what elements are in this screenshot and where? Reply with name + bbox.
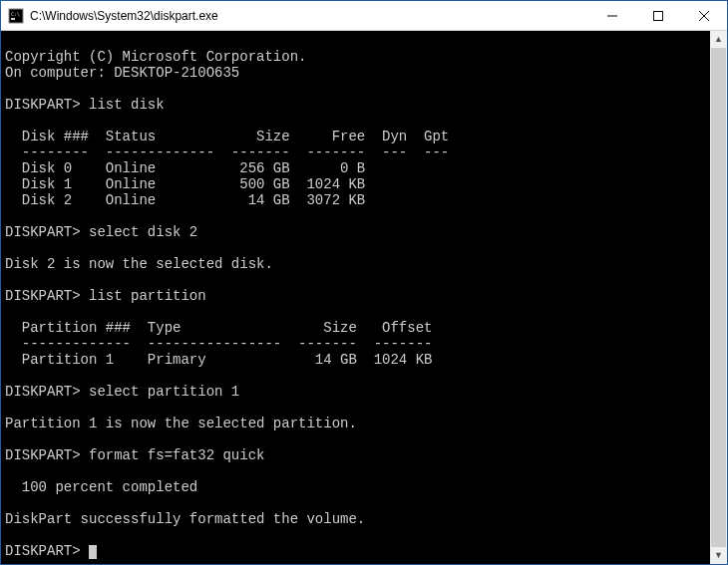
window-controls bbox=[589, 1, 727, 30]
chevron-down-icon: ▼ bbox=[714, 551, 723, 560]
maximize-button[interactable] bbox=[635, 1, 681, 30]
scroll-down-button[interactable]: ▼ bbox=[710, 547, 727, 564]
diskpart-window: C:\ C:\Windows\System32\diskpart.exe Cop… bbox=[0, 0, 728, 565]
window-title: C:\Windows\System32\diskpart.exe bbox=[30, 9, 218, 23]
app-icon: C:\ bbox=[8, 8, 24, 24]
svg-text:C:\: C:\ bbox=[11, 11, 20, 17]
svg-rect-2 bbox=[11, 18, 15, 20]
scroll-thumb[interactable] bbox=[711, 48, 726, 547]
minimize-button[interactable] bbox=[589, 1, 635, 30]
chevron-up-icon: ▲ bbox=[714, 35, 723, 44]
titlebar[interactable]: C:\ C:\Windows\System32\diskpart.exe bbox=[1, 1, 727, 31]
close-button[interactable] bbox=[681, 1, 727, 30]
terminal-output[interactable]: Copyright (C) Microsoft Corporation. On … bbox=[1, 31, 710, 564]
content-area: Copyright (C) Microsoft Corporation. On … bbox=[1, 31, 727, 564]
scroll-up-button[interactable]: ▲ bbox=[710, 31, 727, 48]
vertical-scrollbar[interactable]: ▲ ▼ bbox=[710, 31, 727, 564]
svg-rect-4 bbox=[654, 11, 663, 20]
